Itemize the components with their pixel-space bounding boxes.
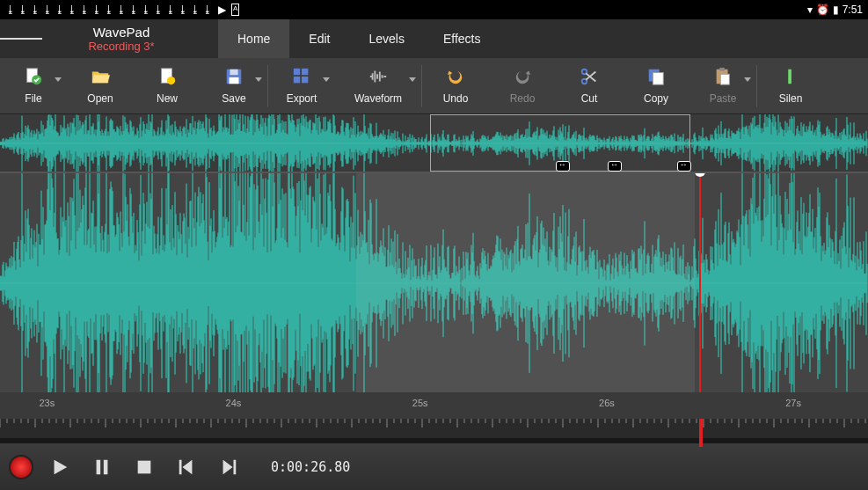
tab-strip: HomeEditLevelsEffects (218, 19, 500, 58)
android-statusbar: ⭳⭳⭳⭳⭳⭳⭳⭳⭳⭳⭳⭳⭳⭳⭳⭳⭳▶A ▾ ⏰ ▮ 7:51 (0, 0, 868, 19)
statusbar-notifications: ⭳⭳⭳⭳⭳⭳⭳⭳⭳⭳⭳⭳⭳⭳⭳⭳⭳▶A (5, 4, 239, 16)
dropdown-arrow-icon (744, 77, 751, 82)
playhead[interactable] (699, 172, 701, 392)
ribbon-toolbar: File Open New Save Export Waveform (0, 58, 868, 114)
copy-button[interactable]: Copy (623, 58, 689, 114)
app-name: WavePad (51, 25, 192, 40)
waveform-button[interactable]: Waveform (335, 58, 421, 114)
statusbar-time: 7:51 (842, 4, 863, 16)
loop-handle[interactable] (608, 161, 622, 172)
tab-label: Levels (368, 32, 404, 46)
tool-label: Redo (510, 92, 536, 105)
redo-button[interactable]: Redo (489, 58, 556, 114)
tool-label: Open (87, 92, 113, 105)
svg-rect-14 (653, 72, 663, 84)
tool-label: Paste (710, 92, 737, 105)
tab-label: Home (237, 32, 270, 46)
tool-label: Export (287, 92, 317, 105)
wave-icon (367, 67, 390, 89)
alarm-icon: ⏰ (816, 4, 829, 16)
silence-button[interactable]: Silen (757, 58, 824, 114)
tool-label: Save (222, 92, 245, 105)
new-button[interactable]: New (134, 58, 201, 114)
transport-bar: 0:00:26.80 (0, 443, 868, 490)
dropdown-arrow-icon (55, 77, 62, 82)
paste-icon (711, 67, 734, 89)
time-tick: 27s (785, 398, 801, 408)
svg-rect-19 (138, 460, 151, 473)
file-name: Recording 3* (51, 40, 192, 53)
scissors-icon (578, 67, 601, 89)
tab-home[interactable]: Home (218, 19, 289, 58)
tab-levels[interactable]: Levels (349, 19, 423, 58)
svg-rect-7 (294, 69, 300, 75)
dropdown-arrow-icon (323, 77, 330, 82)
hamburger-menu-button[interactable] (0, 36, 42, 41)
grid-icon (290, 67, 313, 89)
svg-point-3 (167, 77, 175, 84)
tool-label: Waveform (354, 92, 402, 105)
scroll-ruler[interactable] (0, 419, 868, 438)
time-tick: 25s (412, 398, 428, 408)
timecode-display: 0:00:26.80 (271, 459, 350, 475)
wifi-icon: ▾ (807, 4, 813, 16)
file-button[interactable]: File (0, 58, 67, 114)
time-tick: 26s (599, 398, 615, 408)
record-button[interactable] (9, 455, 33, 479)
paste-button[interactable]: Paste (689, 58, 756, 114)
tool-label: Undo (443, 92, 469, 105)
ruler-playhead[interactable] (699, 419, 703, 447)
tool-label: New (157, 92, 178, 105)
loop-handle[interactable] (556, 161, 570, 172)
redo-icon (511, 67, 534, 89)
svg-rect-6 (230, 77, 239, 84)
tool-label: Copy (644, 92, 668, 105)
tab-edit[interactable]: Edit (289, 19, 349, 58)
undo-icon (444, 67, 467, 89)
ruler-ticks (0, 419, 868, 438)
selection-region[interactable] (356, 173, 695, 392)
folder-open-icon (89, 67, 112, 89)
tool-label: Silen (779, 92, 803, 105)
skip-end-button[interactable] (213, 454, 244, 480)
tab-effects[interactable]: Effects (424, 19, 500, 58)
time-tick: 24s (226, 398, 242, 408)
dropdown-arrow-icon (255, 77, 262, 82)
open-button[interactable]: Open (67, 58, 134, 114)
play-button[interactable] (44, 454, 76, 480)
loop-handle[interactable] (677, 161, 691, 172)
pause-button[interactable] (86, 454, 118, 480)
svg-rect-5 (230, 69, 237, 75)
silence-icon (779, 67, 802, 89)
overview-waveform[interactable] (0, 114, 868, 172)
main-waveform[interactable] (0, 172, 868, 392)
save-button[interactable]: Save (201, 58, 267, 114)
battery-icon: ▮ (833, 4, 839, 16)
doc-check-icon (22, 67, 45, 89)
skip-start-button[interactable] (171, 454, 202, 480)
svg-rect-10 (302, 77, 308, 83)
tab-label: Edit (309, 32, 330, 46)
tool-label: Cut (581, 92, 598, 105)
svg-rect-18 (788, 69, 791, 84)
tool-label: File (25, 92, 41, 105)
svg-rect-17 (720, 74, 729, 84)
stop-button[interactable] (128, 454, 160, 480)
title-block: WavePad Recording 3* (51, 25, 192, 53)
time-ruler[interactable]: 23s24s25s26s27s (0, 392, 868, 419)
svg-rect-9 (294, 77, 300, 83)
dropdown-arrow-icon (409, 77, 416, 82)
svg-rect-16 (719, 68, 725, 71)
title-bar: WavePad Recording 3* HomeEditLevelsEffec… (0, 19, 868, 58)
tab-label: Effects (443, 32, 481, 46)
time-tick: 23s (39, 398, 55, 408)
doc-new-icon (156, 67, 179, 89)
copy-icon (645, 67, 667, 89)
statusbar-right: ▾ ⏰ ▮ 7:51 (807, 4, 863, 16)
cut-button[interactable]: Cut (556, 58, 623, 114)
undo-button[interactable]: Undo (422, 58, 489, 114)
export-button[interactable]: Export (268, 58, 335, 114)
disk-icon (222, 67, 245, 89)
svg-rect-8 (302, 69, 308, 75)
